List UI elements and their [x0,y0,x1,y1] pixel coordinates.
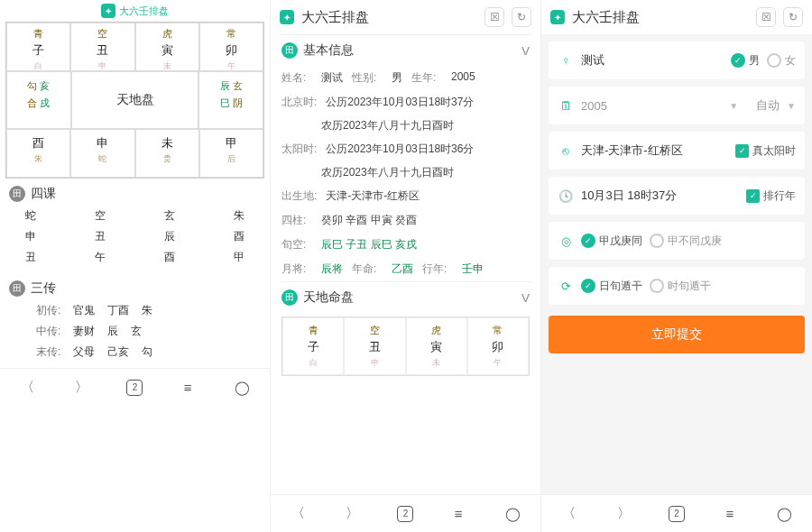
grid-cell: 申蛇 [70,129,134,178]
section-icon: 田 [9,280,25,297]
mini-cell: 虎寅未 [406,317,467,375]
bookmark-icon[interactable]: ☒ [484,7,504,27]
mini-cell: 青子白 [282,317,344,375]
app-title: 大六壬排盘 [301,9,477,26]
tabs-icon[interactable]: 2 [669,506,685,522]
section-icon: 田 [9,186,25,202]
forward-icon[interactable]: 〉 [72,378,92,398]
location-value: 天津-天津市-红桥区 [581,142,728,159]
year-value: 2005 [581,99,722,113]
back-icon[interactable]: 〈 [558,504,578,524]
row-bjtime2: 农历2023年八月十九日酉时 [280,115,531,137]
pxn-checkbox[interactable]: ✓排行年 [746,188,796,204]
cycle-icon: ⟳ [558,278,574,294]
sike-title: 四课 [31,186,56,202]
opt-jwg-diff[interactable]: 甲不同戊庚 [650,234,722,249]
opt-jwg-same[interactable]: ✓甲戊庚同 [581,234,642,249]
tiandi-grid: 青子白空丑申虎寅未常卯午 勾 亥合 戌 天地盘 辰 玄巳 阴 酉朱申蛇未贵甲后 [5,22,264,179]
refresh-icon[interactable]: ↻ [783,7,803,27]
grid-cell: 酉朱 [6,129,70,178]
input-datetime-row[interactable]: 🕓 10月3日 18时37分 ✓排行年 [549,177,805,215]
grid-right: 辰 玄巳 阴 [198,71,263,129]
page-mini-title: ✦ 大六壬排盘 [0,0,270,22]
row-xunkong: 旬空:辰巳 子丑 辰巳 亥戌 [280,233,531,257]
grid-cell: 常卯午 [199,23,263,71]
location-icon: ⎋ [558,142,574,159]
sike-body: 蛇空玄朱申丑辰酉丑午酉甲 [0,206,270,273]
gender-female[interactable]: 女 [767,53,796,69]
option-row-1: ◎ ✓甲戊庚同 甲不同戊庚 [549,222,805,260]
row-bjtime: 北京时:公历2023年10月03日18时37分 [280,90,531,115]
chevron-down-icon: V [521,291,530,305]
header: ✦ 大六壬排盘 ☒ ↻ [271,0,540,34]
auto-label: 自动 [756,97,780,114]
target-icon: ◎ [558,233,574,249]
shield-icon: ✦ [101,4,115,18]
menu-icon[interactable]: ≡ [178,378,198,398]
app-title: 大六壬排盘 [572,9,749,26]
row-suntime: 太阳时:公历2023年10月03日18时36分 [280,137,531,161]
chevron-down-icon: ▼ [729,101,738,111]
shield-icon: ✦ [550,10,565,24]
calendar-icon: 🗓 [558,97,574,114]
name-value: 测试 [581,52,724,69]
mini-title-text: 大六壬排盘 [119,5,169,18]
mingpan-header[interactable]: 田 天地命盘 V [280,281,531,313]
tabs-icon[interactable]: 2 [397,506,413,522]
section-sike: 田 四课 [0,179,270,206]
row-yuejiang: 月将:辰将 年命:乙酉 行年:壬申 [280,257,531,281]
input-year-row[interactable]: 🗓 2005 ▼ 自动 ▼ [549,87,805,124]
true-sun-checkbox[interactable]: ✓真太阳时 [735,143,796,159]
grid-center: 天地盘 [71,71,199,129]
person-icon: ♀ [558,52,574,69]
sanchuan-title: 三传 [31,280,56,297]
section-sanchuan: 田 三传 [0,273,270,300]
home-icon[interactable]: ◯ [775,504,795,524]
sanchuan-body: 初传:官鬼丁酉朱中传:妻财辰玄末传:父母己亥勾 [0,300,270,368]
row-suntime2: 农历2023年八月十九日酉时 [280,161,531,184]
menu-icon[interactable]: ≡ [720,504,740,524]
bottom-nav: 〈 〉 2 ≡ ◯ [271,494,540,532]
section-icon: 田 [281,289,298,306]
home-icon[interactable]: ◯ [503,504,523,524]
mini-grid: 青子白空丑申虎寅未常卯午 [281,316,530,376]
section-title: 基本信息 [303,42,516,59]
section-title: 天地命盘 [303,289,516,306]
refresh-icon[interactable]: ↻ [512,7,531,27]
option-row-2: ⟳ ✓日旬遁干 时旬遁干 [549,267,805,305]
gender-male[interactable]: ✓男 [731,53,760,69]
bookmark-icon[interactable]: ☒ [756,7,776,27]
row-name: 姓名:测试 性别:男 生年:2005 [280,66,531,90]
input-name-row[interactable]: ♀ 测试 ✓男 女 [549,41,805,79]
row-location: 出生地:天津-天津市-红桥区 [280,184,531,208]
center-label: 天地盘 [116,92,154,108]
grid-cell: 甲后 [199,129,263,178]
chevron-down-icon: ▼ [787,101,796,111]
grid-cell: 未贵 [135,129,199,178]
grid-left: 勾 亥合 戌 [6,71,71,129]
bottom-nav: 〈 〉 2 ≡ ◯ [0,368,270,406]
datetime-value: 10月3日 18时37分 [581,188,739,204]
bottom-nav: 〈 〉 2 ≡ ◯ [541,494,812,532]
input-location-row[interactable]: ⎋ 天津-天津市-红桥区 ✓真太阳时 [549,132,805,170]
basic-info-header[interactable]: 田 基本信息 V [280,34,531,66]
grid-cell: 空丑申 [70,23,134,71]
mini-cell: 空丑申 [344,317,405,375]
row-sizhu: 四柱:癸卯 辛酉 甲寅 癸酉 [280,208,531,233]
clock-icon: 🕓 [558,188,574,204]
back-icon[interactable]: 〈 [288,504,308,524]
home-icon[interactable]: ◯ [233,378,253,398]
mini-cell: 常卯午 [467,317,529,375]
forward-icon[interactable]: 〉 [614,504,633,524]
tabs-icon[interactable]: 2 [126,380,143,396]
menu-icon[interactable]: ≡ [448,504,468,524]
grid-cell: 青子白 [6,23,70,71]
section-icon: 田 [281,42,298,59]
opt-rixun[interactable]: ✓日旬遁干 [581,279,642,294]
opt-shixun[interactable]: 时旬遁干 [650,279,711,294]
submit-button[interactable]: 立即提交 [549,316,805,353]
back-icon[interactable]: 〈 [17,378,37,398]
grid-cell: 虎寅未 [135,23,199,71]
chevron-down-icon: V [521,44,530,58]
forward-icon[interactable]: 〉 [343,504,363,524]
